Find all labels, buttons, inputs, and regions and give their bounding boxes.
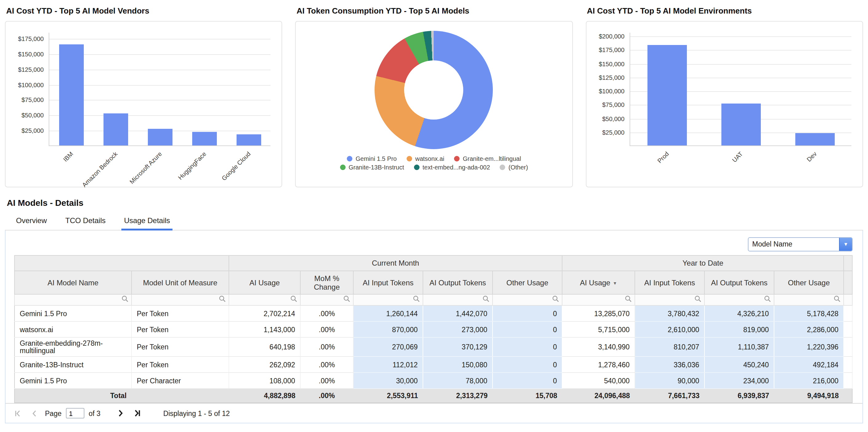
chevron-down-icon[interactable]: ▼ xyxy=(839,238,852,251)
tab-usage-details[interactable]: Usage Details xyxy=(123,214,171,230)
filter-cell-ai-usage[interactable] xyxy=(229,294,300,305)
bar[interactable] xyxy=(795,133,834,146)
cell: 112,012 xyxy=(353,357,423,373)
column-header-ai-usage[interactable]: AI Usage▼ xyxy=(562,271,635,294)
search-icon xyxy=(290,295,298,302)
cell: Granite-13B-Instruct xyxy=(14,357,131,373)
bar[interactable] xyxy=(192,132,217,146)
tab-tco-details[interactable]: TCO Details xyxy=(64,214,107,230)
x-axis-category-label: IBM xyxy=(33,150,75,192)
y-axis-tick-label: $25,000 xyxy=(9,127,44,134)
header-filler xyxy=(844,271,852,294)
column-header-mom-change[interactable]: MoM % Change xyxy=(300,271,353,294)
total-cell: .00% xyxy=(300,389,353,403)
y-axis-tick-label: $100,000 xyxy=(590,88,624,95)
y-axis-tick-label: $75,000 xyxy=(590,102,624,109)
cell: .00% xyxy=(300,305,353,321)
tab-overview[interactable]: Overview xyxy=(15,214,48,230)
donut[interactable] xyxy=(375,31,493,149)
filter-cell-ai-output-tokens[interactable] xyxy=(423,294,493,305)
column-header-model-unit-of-measure[interactable]: Model Unit of Measure xyxy=(131,271,229,294)
bar[interactable] xyxy=(148,129,173,146)
details-title: AI Models - Details xyxy=(7,198,863,208)
filter-filler xyxy=(844,294,852,305)
column-header-ai-output-tokens[interactable]: AI Output Tokens xyxy=(423,271,493,294)
legend-item-gemini-1-5-pro[interactable]: Gemini 1.5 Pro xyxy=(347,155,397,162)
filter-cell-other-usage[interactable] xyxy=(774,294,844,305)
cell: 3,140,990 xyxy=(562,337,635,357)
legend-item-other[interactable]: (Other) xyxy=(500,164,528,171)
table-row[interactable]: watsonx.aiPer Token1,143,000.00%870,0002… xyxy=(14,321,852,337)
legend-item-text-embed-ng-ada-002[interactable]: text-embed...ng-ada-002 xyxy=(414,164,490,171)
legend-dot-icon xyxy=(347,156,353,161)
charts-row: AI Cost YTD - Top 5 AI Model Vendors $25… xyxy=(5,5,863,187)
column-header-ai-output-tokens[interactable]: AI Output Tokens xyxy=(705,271,774,294)
column-header-other-usage[interactable]: Other Usage xyxy=(774,271,844,294)
token-consumption-chart-title: AI Token Consumption YTD - Top 5 AI Mode… xyxy=(297,6,573,16)
y-axis-tick-label: $100,000 xyxy=(9,81,44,88)
table-row[interactable]: Gemini 1.5 ProPer Character108,000.00%30… xyxy=(14,373,852,389)
group-by-combobox[interactable]: Model Name ▼ xyxy=(748,237,852,251)
paging-toolbar: Page of 3 Displaying 1 - 5 of 12 xyxy=(5,403,863,423)
column-header-ai-input-tokens[interactable]: AI Input Tokens xyxy=(353,271,423,294)
legend-item-granite-em-ltilingual[interactable]: Granite-em...ltilingual xyxy=(454,155,521,162)
column-header-ai-input-tokens[interactable]: AI Input Tokens xyxy=(635,271,705,294)
filter-cell-ai-output-tokens[interactable] xyxy=(705,294,774,305)
cell: 540,000 xyxy=(562,373,635,389)
column-header-ai-model-name[interactable]: AI Model Name xyxy=(14,271,131,294)
table-row[interactable]: Granite-13B-InstructPer Token262,092.00%… xyxy=(14,357,852,373)
page-input[interactable] xyxy=(66,408,84,419)
y-axis-tick-label: $125,000 xyxy=(590,74,624,81)
bar[interactable] xyxy=(103,114,128,146)
details-toolbar: Model Name ▼ xyxy=(14,234,854,255)
bar[interactable] xyxy=(237,134,261,146)
legend-label: (Other) xyxy=(508,164,528,171)
paging-status: Displaying 1 - 5 of 12 xyxy=(163,409,230,417)
column-header-ai-usage[interactable]: AI Usage xyxy=(229,271,300,294)
vendors-chart-card: $25,000$50,000$75,000$100,000$125,000$15… xyxy=(5,21,282,187)
filter-cell-ai-model-name[interactable] xyxy=(14,294,131,305)
filter-cell-other-usage[interactable] xyxy=(493,294,562,305)
prev-page-button[interactable] xyxy=(28,407,41,420)
legend-item-granite-13b-instruct[interactable]: Granite-13B-Instruct xyxy=(340,164,404,171)
filter-cell-model-unit-of-measure[interactable] xyxy=(131,294,229,305)
environments-chart-card: $25,000$50,000$75,000$100,000$125,000$15… xyxy=(586,21,863,187)
filter-cell-ai-usage[interactable] xyxy=(562,294,635,305)
header-filler xyxy=(844,255,852,271)
cell: 150,080 xyxy=(423,357,493,373)
first-page-button[interactable] xyxy=(12,407,24,420)
bar[interactable] xyxy=(59,44,84,146)
filter-cell-ai-input-tokens[interactable] xyxy=(635,294,705,305)
cell: 0 xyxy=(493,373,562,389)
total-cell xyxy=(131,389,229,403)
cell: 1,260,144 xyxy=(353,305,423,321)
total-cell: 2,553,911 xyxy=(353,389,423,403)
filter-cell-mom-change[interactable] xyxy=(300,294,353,305)
cell: .00% xyxy=(300,373,353,389)
row-filler xyxy=(844,357,852,373)
cell: 2,286,000 xyxy=(774,321,844,337)
legend-item-watsonx-ai[interactable]: watsonx.ai xyxy=(407,155,444,162)
page-count-label: of 3 xyxy=(89,409,100,417)
column-header-other-usage[interactable]: Other Usage xyxy=(493,271,562,294)
group-header-blank xyxy=(14,255,229,271)
bar[interactable] xyxy=(721,103,761,146)
bar[interactable] xyxy=(647,45,687,146)
total-cell: 2,313,279 xyxy=(423,389,493,403)
column-header-label: MoM % Change xyxy=(314,274,340,291)
cell: 270,069 xyxy=(353,337,423,357)
next-page-button[interactable] xyxy=(114,407,126,420)
table-row[interactable]: Granite-embedding-278m-multilingualPer T… xyxy=(14,337,852,357)
cell: 1,143,000 xyxy=(229,321,300,337)
filter-cell-ai-input-tokens[interactable] xyxy=(353,294,423,305)
table-row[interactable]: Gemini 1.5 ProPer Token2,702,214.00%1,26… xyxy=(14,305,852,321)
vendors-chart-section: AI Cost YTD - Top 5 AI Model Vendors $25… xyxy=(5,5,282,187)
next-page-icon xyxy=(116,409,125,418)
search-icon xyxy=(121,295,129,302)
prev-page-icon xyxy=(30,409,39,418)
legend-dot-icon xyxy=(340,164,346,170)
column-header-label: AI Output Tokens xyxy=(711,278,768,287)
last-page-button[interactable] xyxy=(131,407,143,420)
search-icon xyxy=(694,295,702,302)
total-filler xyxy=(844,389,852,403)
